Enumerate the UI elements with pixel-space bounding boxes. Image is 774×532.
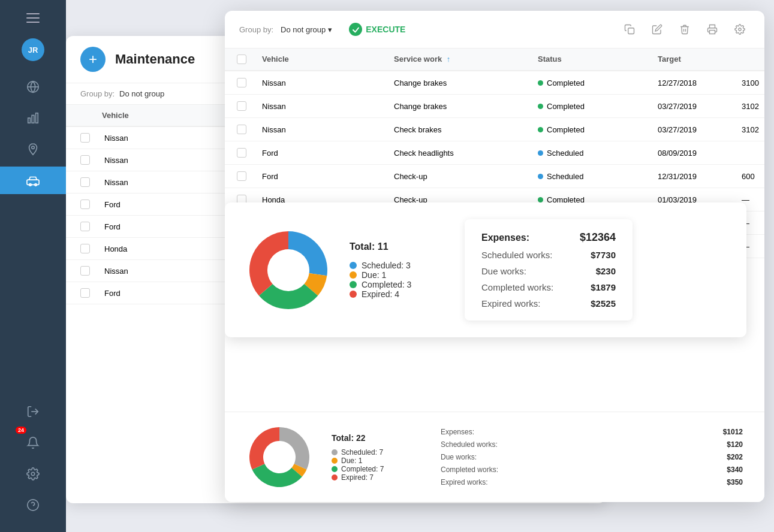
sidebar-item-location[interactable]: [0, 135, 66, 163]
row-checkbox[interactable]: [80, 200, 90, 209]
stats-box: Expenses: $12364 Scheduled works: $7730 …: [465, 219, 633, 321]
legend-item-bottom: Expired: 7: [332, 473, 421, 482]
donut-legend: Total: 11 Scheduled: 3Due: 1Completed: 3…: [350, 241, 445, 299]
donut-legend-bottom: Total: 22 Scheduled: 7Due: 1Completed: 7…: [332, 433, 421, 482]
due-label: Due works:: [481, 266, 561, 276]
th-check: [237, 55, 262, 64]
row-checkbox[interactable]: [237, 101, 246, 111]
hamburger-menu[interactable]: [22, 7, 44, 29]
donut-chart: [246, 228, 330, 312]
expired-value: $2525: [580, 298, 616, 309]
front-panel: Group by: Do not group ▾ EXECUTE: [225, 11, 764, 502]
status-cell: Completed: [538, 102, 658, 111]
col-check: [78, 111, 102, 120]
front-table-header: Vehicle Service work ↑ Status Target: [225, 49, 764, 71]
sched-value-bottom: $120: [723, 440, 743, 449]
vehicle-cell: Ford: [262, 172, 394, 181]
vehicle-cell: Nissan: [262, 78, 394, 87]
group-by-label: Group by:: [80, 89, 115, 98]
print-icon[interactable]: [702, 19, 722, 40]
row-checkbox[interactable]: [237, 125, 246, 134]
svg-rect-4: [36, 113, 38, 123]
row-checkbox[interactable]: [237, 78, 246, 87]
row-checkbox[interactable]: [237, 171, 246, 181]
th-value: [742, 55, 764, 64]
donut-total: Total: 11: [350, 241, 445, 252]
service-cell: Check-up: [394, 172, 538, 181]
svg-rect-13: [628, 28, 634, 34]
row-checkbox[interactable]: [80, 133, 90, 143]
sidebar-item-notifications[interactable]: 24: [26, 429, 40, 457]
status-cell: Scheduled: [538, 172, 658, 181]
copy-icon[interactable]: [619, 19, 640, 40]
svg-point-5: [32, 146, 35, 149]
row-checkbox[interactable]: [80, 222, 90, 231]
service-cell: Check brakes: [394, 125, 538, 134]
sidebar-item-chart[interactable]: [0, 104, 66, 132]
scheduled-label: Scheduled works:: [481, 250, 561, 260]
service-cell: Change brakes: [394, 102, 538, 111]
exp2-value-bottom: $350: [723, 478, 743, 486]
header-checkbox[interactable]: [237, 55, 246, 64]
sidebar-item-help[interactable]: [26, 491, 40, 519]
sidebar-item-settings[interactable]: [26, 460, 40, 488]
svg-rect-2: [28, 118, 31, 123]
value-cell: —: [742, 195, 764, 204]
row-checkbox[interactable]: [237, 148, 246, 158]
donut-total-bottom: Total: 22: [332, 433, 421, 443]
row-checkbox[interactable]: [80, 177, 90, 187]
delete-icon[interactable]: [674, 19, 695, 40]
svg-rect-3: [32, 115, 34, 123]
scheduled-value: $7730: [580, 250, 616, 260]
legend-item-bottom: Scheduled: 7: [332, 448, 421, 457]
toolbar-group-select[interactable]: Do not group ▾: [281, 25, 332, 34]
front-table-row: Ford Check-up Scheduled 12/31/2019 600: [225, 165, 764, 188]
svg-point-11: [28, 500, 38, 510]
expired-label: Expired works:: [481, 298, 561, 309]
front-table-row: Nissan Change brakes Completed 12/27/201…: [225, 71, 764, 95]
sidebar-item-vehicle[interactable]: [0, 167, 66, 194]
row-checkbox[interactable]: [80, 288, 90, 298]
legend-item: Scheduled: 3: [350, 261, 445, 270]
date-cell: 03/27/2019: [658, 125, 742, 134]
expenses-value: $12364: [580, 231, 616, 244]
exp-label-bottom: Expenses:: [441, 428, 709, 436]
notification-count: 24: [16, 427, 26, 434]
settings-icon[interactable]: [730, 19, 750, 40]
edit-icon[interactable]: [647, 19, 667, 40]
legend-item-bottom: Due: 1: [332, 457, 421, 465]
svg-rect-14: [710, 31, 715, 34]
row-checkbox[interactable]: [80, 155, 90, 165]
donut-popup: Total: 11 Scheduled: 3Due: 1Completed: 3…: [225, 202, 746, 337]
execute-check-icon: [349, 23, 362, 36]
avatar: JR: [22, 38, 44, 61]
due-label-bottom: Due works:: [441, 453, 709, 461]
sidebar-item-globe[interactable]: [0, 73, 66, 101]
status-cell: Completed: [538, 78, 658, 87]
sched-label-bottom: Scheduled works:: [441, 440, 709, 449]
row-checkbox[interactable]: [80, 244, 90, 253]
legend-item: Expired: 4: [350, 289, 445, 299]
add-button[interactable]: +: [80, 47, 106, 72]
vehicle-cell: Nissan: [262, 102, 394, 111]
value-cell: 3100: [742, 78, 764, 87]
date-cell: 12/31/2019: [658, 172, 742, 181]
group-by-value[interactable]: Do not group: [119, 89, 164, 98]
svg-point-10: [31, 472, 35, 476]
execute-button[interactable]: EXECUTE: [349, 23, 405, 36]
sidebar-nav: [0, 73, 66, 398]
value-cell: 3102: [742, 125, 764, 134]
sidebar-item-logout[interactable]: [26, 398, 40, 425]
date-cell: 03/27/2019: [658, 102, 742, 111]
exp2-label-bottom: Expired works:: [441, 478, 709, 486]
completed-value: $1879: [580, 282, 616, 292]
panel-title: Maintenance: [115, 52, 195, 67]
service-cell: Change brakes: [394, 78, 538, 87]
donut-bottom: Total: 22 Scheduled: 7Due: 1Completed: 7…: [225, 412, 764, 502]
row-checkbox[interactable]: [80, 266, 90, 276]
toolbar-group-label: Group by:: [239, 25, 273, 34]
date-cell: 12/27/2018: [658, 78, 742, 87]
value-cell: 3102: [742, 102, 764, 111]
exp-value-bottom: $1012: [723, 428, 743, 436]
legend-item-bottom: Completed: 7: [332, 465, 421, 473]
